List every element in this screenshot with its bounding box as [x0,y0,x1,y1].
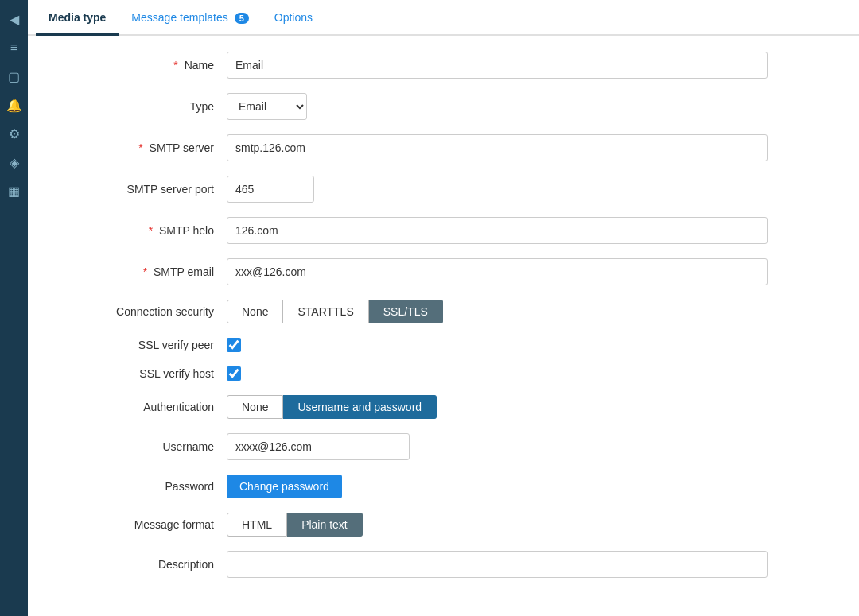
type-label: Type [52,100,227,113]
message-format-plaintext-btn[interactable]: Plain text [287,513,363,537]
ssl-verify-peer-checkbox-wrap [227,338,241,352]
type-select[interactable]: Email SMS Jabber Ez Texting Script [227,93,307,120]
ssl-verify-peer-label: SSL verify peer [52,339,227,351]
username-label: Username [52,440,227,453]
gear-icon[interactable]: ⚙ [3,122,25,145]
ssl-verify-host-checkbox[interactable] [227,366,241,381]
description-input[interactable] [227,551,768,578]
graph-icon[interactable]: ▦ [3,180,25,202]
layers-icon[interactable]: ≡ [3,37,25,59]
connection-security-label: Connection security [52,305,227,318]
sidebar: ◀ ≡ ▢ 🔔 ⚙ ◈ ▦ [0,0,28,616]
monitor-icon[interactable]: ▢ [3,65,25,87]
smtp-email-label: * SMTP email [52,265,227,278]
name-required-star: * [173,59,177,72]
smtp-helo-row: * SMTP helo [52,217,835,244]
authentication-none-btn[interactable]: None [227,395,283,419]
smtp-server-label: * SMTP server [52,141,227,154]
ssl-verify-host-checkbox-wrap [227,366,241,381]
authentication-username-password-btn[interactable]: Username and password [283,395,437,419]
ssl-verify-peer-checkbox[interactable] [227,338,241,352]
bell-icon[interactable]: 🔔 [3,94,25,116]
form-area: * Name Type Email SMS Jabber Ez Texting … [28,36,859,616]
authentication-group: None Username and password [227,395,437,419]
arrow-left-icon[interactable]: ◀ [3,8,25,30]
description-row: Description [52,551,835,578]
ssl-verify-host-label: SSL verify host [52,367,227,380]
message-format-html-btn[interactable]: HTML [227,513,287,537]
description-label: Description [52,558,227,571]
connection-security-starttls-btn[interactable]: STARTTLS [283,300,368,323]
smtp-server-row: * SMTP server [52,134,835,161]
password-row: Password Change password [52,475,835,498]
main-panel: Media type Message templates 5 Options *… [28,0,859,616]
tag-icon[interactable]: ◈ [3,151,25,173]
connection-security-ssltls-btn[interactable]: SSL/TLS [369,300,443,323]
name-label: * Name [52,59,227,72]
username-row: Username [52,433,835,460]
tab-message-templates[interactable]: Message templates 5 [119,0,261,36]
smtp-port-row: SMTP server port [52,176,835,203]
smtp-email-input[interactable] [227,258,768,285]
authentication-row: Authentication None Username and passwor… [52,395,835,419]
change-password-button[interactable]: Change password [227,475,342,498]
connection-security-group: None STARTTLS SSL/TLS [227,300,443,323]
connection-security-none-btn[interactable]: None [227,300,283,323]
smtp-helo-required-star: * [149,224,153,237]
smtp-helo-input[interactable] [227,217,768,244]
tab-media-type[interactable]: Media type [36,0,119,36]
message-format-row: Message format HTML Plain text [52,513,835,537]
smtp-email-row: * SMTP email [52,258,835,285]
message-templates-badge: 5 [235,13,249,24]
ssl-verify-host-row: SSL verify host [52,366,835,381]
message-format-group: HTML Plain text [227,513,363,537]
authentication-label: Authentication [52,401,227,413]
name-row: * Name [52,52,835,79]
connection-security-row: Connection security None STARTTLS SSL/TL… [52,300,835,323]
tab-options[interactable]: Options [262,0,325,36]
smtp-server-input[interactable] [227,134,768,161]
smtp-server-required-star: * [138,141,142,154]
smtp-port-label: SMTP server port [52,183,227,196]
name-input[interactable] [227,52,768,79]
smtp-helo-label: * SMTP helo [52,224,227,237]
tabs-bar: Media type Message templates 5 Options [28,0,859,36]
password-label: Password [52,480,227,493]
message-format-label: Message format [52,518,227,531]
type-row: Type Email SMS Jabber Ez Texting Script [52,93,835,120]
smtp-email-required-star: * [143,265,147,278]
smtp-port-input[interactable] [227,176,314,203]
username-input[interactable] [227,433,410,460]
ssl-verify-peer-row: SSL verify peer [52,338,835,352]
